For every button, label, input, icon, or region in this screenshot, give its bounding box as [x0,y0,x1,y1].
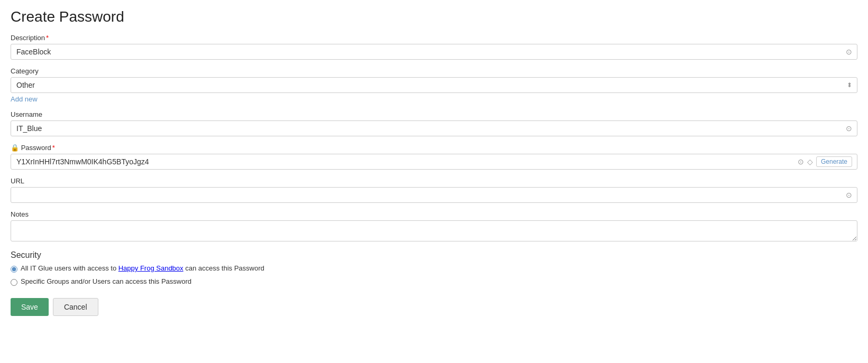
password-actions: ⊙ ◇ Generate [798,156,852,167]
url-input-wrapper: ⊙ [11,187,857,203]
url-group: URL ⊙ [11,177,857,203]
password-input-wrapper: ⊙ ◇ Generate [11,154,857,170]
security-option2: Specific Groups and/or Users can access … [11,277,857,287]
description-copy-icon[interactable]: ⊙ [846,48,852,56]
password-copy-icon[interactable]: ⊙ [798,158,804,165]
cancel-button[interactable]: Cancel [53,298,98,316]
add-new-link[interactable]: Add new [11,95,38,103]
security-radio-2[interactable] [11,279,17,286]
password-label: 🔒 Password* [11,144,857,152]
save-button[interactable]: Save [11,298,49,316]
username-input-wrapper: ⊙ [11,120,857,136]
username-copy-icon[interactable]: ⊙ [846,124,852,133]
password-visibility-icon[interactable]: ◇ [807,158,813,165]
url-input[interactable] [11,187,857,203]
username-label: Username [11,110,857,118]
url-label: URL [11,177,857,185]
description-input[interactable] [11,44,857,60]
password-group: 🔒 Password* ⊙ ◇ Generate [11,144,857,170]
security-option2-label: Specific Groups and/or Users can access … [21,277,191,285]
security-option1: All IT Glue users with access to Happy F… [11,264,857,274]
description-input-wrapper: ⊙ [11,44,857,60]
security-section: Security All IT Glue users with access t… [11,250,857,287]
security-radio-1[interactable] [11,266,17,273]
notes-group: Notes [11,210,857,243]
url-copy-icon[interactable]: ⊙ [846,191,852,199]
security-option1-label: All IT Glue users with access to Happy F… [21,264,264,272]
username-input[interactable] [11,120,857,136]
sandbox-link[interactable]: Happy Frog Sandbox [118,264,184,272]
category-select[interactable]: Other Social Email Finance Work [11,77,857,93]
security-title: Security [11,250,857,260]
notes-input[interactable] [11,220,857,241]
description-group: Description* ⊙ [11,34,857,60]
notes-label: Notes [11,210,857,218]
button-row: Save Cancel [11,298,857,316]
category-label: Category [11,67,857,75]
category-select-wrapper: Other Social Email Finance Work [11,77,857,93]
password-input[interactable] [11,154,857,170]
username-group: Username ⊙ [11,110,857,136]
generate-button[interactable]: Generate [816,156,852,167]
category-group: Category Other Social Email Finance Work… [11,67,857,103]
lock-icon: 🔒 [11,144,19,152]
description-label: Description* [11,34,857,42]
page-title: Create Password [11,8,857,25]
